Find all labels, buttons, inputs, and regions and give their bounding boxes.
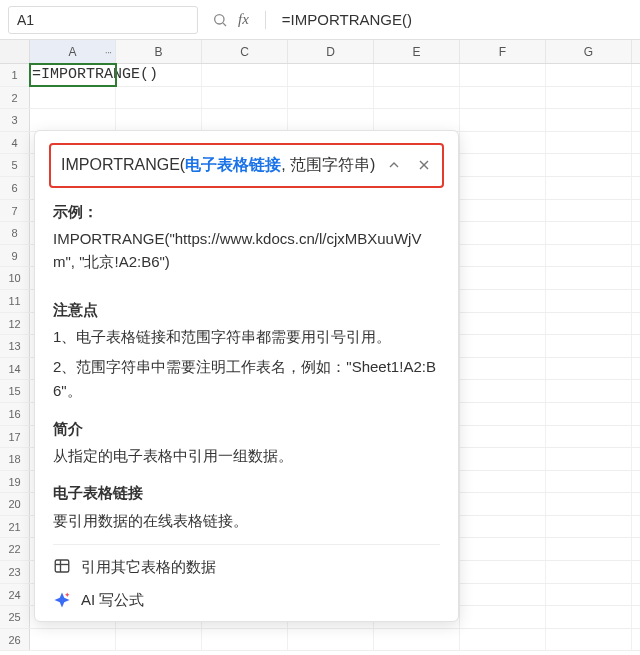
- row-header-19[interactable]: 19: [0, 471, 30, 493]
- cell[interactable]: [460, 538, 546, 560]
- cell[interactable]: [546, 87, 632, 109]
- collapse-icon[interactable]: [386, 157, 402, 173]
- row-header-3[interactable]: 3: [0, 109, 30, 131]
- cell[interactable]: [546, 606, 632, 628]
- row-header-21[interactable]: 21: [0, 516, 30, 538]
- close-icon[interactable]: [416, 157, 432, 173]
- cell[interactable]: [374, 64, 460, 86]
- cell[interactable]: [546, 132, 632, 154]
- row-header-17[interactable]: 17: [0, 426, 30, 448]
- cell[interactable]: [546, 584, 632, 606]
- row-header-24[interactable]: 24: [0, 584, 30, 606]
- cell[interactable]: [546, 109, 632, 131]
- row-header-4[interactable]: 4: [0, 132, 30, 154]
- cell[interactable]: [460, 403, 546, 425]
- row-header-23[interactable]: 23: [0, 561, 30, 583]
- cell[interactable]: [460, 380, 546, 402]
- cell[interactable]: [460, 154, 546, 176]
- row-header-6[interactable]: 6: [0, 177, 30, 199]
- row-header-5[interactable]: 5: [0, 154, 30, 176]
- column-header-A[interactable]: A···: [30, 40, 116, 63]
- row-header-22[interactable]: 22: [0, 538, 30, 560]
- column-header-E[interactable]: E: [374, 40, 460, 63]
- column-header-D[interactable]: D: [288, 40, 374, 63]
- cell[interactable]: [546, 64, 632, 86]
- cell[interactable]: [30, 629, 116, 651]
- column-menu-icon[interactable]: ···: [105, 40, 111, 64]
- cell[interactable]: [30, 109, 116, 131]
- cell[interactable]: [460, 245, 546, 267]
- row-header-14[interactable]: 14: [0, 358, 30, 380]
- row-header-26[interactable]: 26: [0, 629, 30, 651]
- column-header-B[interactable]: B: [116, 40, 202, 63]
- cell[interactable]: [460, 629, 546, 651]
- cell[interactable]: [546, 177, 632, 199]
- cell[interactable]: [116, 87, 202, 109]
- cell[interactable]: [288, 64, 374, 86]
- row-header-15[interactable]: 15: [0, 380, 30, 402]
- column-header-C[interactable]: C: [202, 40, 288, 63]
- cell[interactable]: [460, 177, 546, 199]
- row-header-16[interactable]: 16: [0, 403, 30, 425]
- cell[interactable]: [460, 109, 546, 131]
- cell[interactable]: [460, 584, 546, 606]
- cell[interactable]: [546, 245, 632, 267]
- cell[interactable]: [202, 629, 288, 651]
- cell[interactable]: [460, 64, 546, 86]
- row-header-7[interactable]: 7: [0, 200, 30, 222]
- select-all-corner[interactable]: [0, 40, 30, 63]
- cell[interactable]: [546, 493, 632, 515]
- cell[interactable]: [460, 448, 546, 470]
- link-other-sheets-button[interactable]: 引用其它表格的数据: [53, 555, 440, 578]
- cell[interactable]: [202, 64, 288, 86]
- cell[interactable]: [546, 561, 632, 583]
- cell[interactable]: [460, 87, 546, 109]
- cell[interactable]: [546, 335, 632, 357]
- cell[interactable]: [288, 109, 374, 131]
- cell[interactable]: [546, 222, 632, 244]
- formula-bar-input[interactable]: =IMPORTRANGE(): [282, 11, 412, 28]
- ai-write-formula-button[interactable]: AI 写公式: [53, 588, 440, 611]
- column-header-G[interactable]: G: [546, 40, 632, 63]
- cell[interactable]: [546, 380, 632, 402]
- cell[interactable]: [546, 448, 632, 470]
- cell[interactable]: [202, 87, 288, 109]
- cell[interactable]: [460, 561, 546, 583]
- cell[interactable]: [546, 426, 632, 448]
- cell[interactable]: [460, 222, 546, 244]
- cell[interactable]: [460, 132, 546, 154]
- sig-arg-2[interactable]: 范围字符串: [290, 156, 370, 173]
- cell[interactable]: [460, 290, 546, 312]
- cell[interactable]: [546, 290, 632, 312]
- cell[interactable]: [460, 313, 546, 335]
- row-header-20[interactable]: 20: [0, 493, 30, 515]
- cell[interactable]: [546, 538, 632, 560]
- cell[interactable]: [288, 87, 374, 109]
- fx-label[interactable]: fx: [238, 11, 249, 28]
- cell[interactable]: [460, 516, 546, 538]
- cell[interactable]: [460, 200, 546, 222]
- cell[interactable]: [460, 471, 546, 493]
- cell[interactable]: [460, 267, 546, 289]
- cell[interactable]: [546, 516, 632, 538]
- cell[interactable]: [546, 403, 632, 425]
- row-header-13[interactable]: 13: [0, 335, 30, 357]
- name-box[interactable]: A1: [8, 6, 198, 34]
- cell[interactable]: [460, 335, 546, 357]
- row-header-2[interactable]: 2: [0, 87, 30, 109]
- cell[interactable]: [546, 267, 632, 289]
- row-header-1[interactable]: 1: [0, 64, 30, 86]
- cell[interactable]: [288, 629, 374, 651]
- row-header-11[interactable]: 11: [0, 290, 30, 312]
- row-header-9[interactable]: 9: [0, 245, 30, 267]
- cell[interactable]: [460, 606, 546, 628]
- cell[interactable]: [546, 200, 632, 222]
- cell-A1[interactable]: =IMPORTRANGE(): [30, 64, 116, 86]
- cell[interactable]: [546, 629, 632, 651]
- cell[interactable]: [546, 154, 632, 176]
- cell[interactable]: [460, 493, 546, 515]
- row-header-18[interactable]: 18: [0, 448, 30, 470]
- row-header-8[interactable]: 8: [0, 222, 30, 244]
- cell[interactable]: [546, 471, 632, 493]
- cell[interactable]: [546, 313, 632, 335]
